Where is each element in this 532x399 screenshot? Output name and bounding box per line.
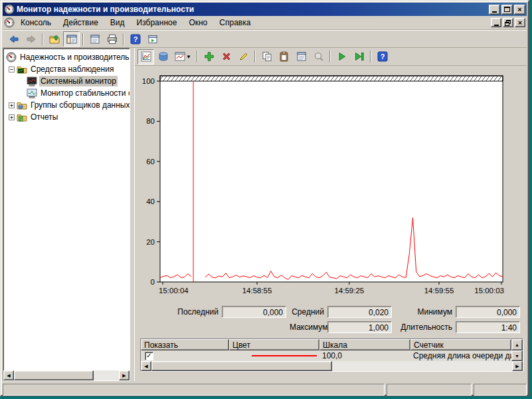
- system-monitor-pane: ▼? 10080604020015:00:0414:58:5514:59:251…: [134, 48, 527, 381]
- highlight-button[interactable]: [235, 49, 252, 65]
- tree-item-tools-folder[interactable]: −Средства наблюдения: [5, 63, 130, 75]
- performance-toolbar: ▼?: [135, 48, 527, 66]
- main-toolbar: ?: [3, 30, 527, 48]
- counter-scroll-track[interactable]: [332, 361, 512, 371]
- add-button[interactable]: [201, 49, 217, 65]
- menu-окно[interactable]: Окно: [183, 17, 213, 29]
- reports-folder-icon: [17, 112, 27, 122]
- toolbar-separator: [370, 51, 371, 63]
- expand-icon[interactable]: +: [9, 114, 15, 120]
- new-window-button[interactable]: [144, 31, 161, 47]
- tree-scroll-thumb[interactable]: [14, 370, 94, 380]
- status-panel: [3, 384, 385, 396]
- copy-button[interactable]: [258, 49, 275, 65]
- menu-действие[interactable]: Действие: [57, 17, 104, 29]
- dropdown-caret-icon[interactable]: ▼: [186, 54, 191, 60]
- up-one-level-button[interactable]: [46, 31, 62, 47]
- mdi-restore-button[interactable]: [503, 18, 513, 27]
- tree-item-label[interactable]: Системный монитор: [39, 76, 118, 86]
- tree-scroll-track[interactable]: [94, 370, 119, 380]
- graph-type-icon: [175, 51, 185, 62]
- scroll-right-icon[interactable]: ▶: [512, 361, 523, 371]
- tree-item-root[interactable]: Надежность и производительн: [5, 51, 130, 63]
- tree-item-reports-folder[interactable]: +Отчеты: [5, 111, 130, 123]
- column-header-2[interactable]: Шкала: [319, 339, 410, 350]
- svg-text:100: 100: [142, 77, 155, 85]
- up-one-level-icon: [49, 34, 60, 45]
- svg-text:20: 20: [146, 238, 155, 246]
- counter-scale: 100,0: [319, 351, 410, 360]
- svg-text:0: 0: [151, 278, 155, 286]
- print-button[interactable]: [104, 31, 120, 47]
- play-button[interactable]: [333, 49, 350, 65]
- chart-view-icon: [141, 51, 151, 62]
- svg-text:14:58:55: 14:58:55: [242, 287, 272, 295]
- graph-type-button[interactable]: ▼: [172, 49, 194, 65]
- expand-icon[interactable]: +: [9, 102, 15, 108]
- help-button[interactable]: ?: [127, 31, 143, 47]
- maximize-button[interactable]: [501, 5, 513, 15]
- minimize-icon: [492, 11, 497, 13]
- maximum-value: 1,000: [327, 321, 392, 333]
- scroll-right-icon[interactable]: ▶: [119, 370, 130, 380]
- menu-справка[interactable]: Справка: [213, 17, 256, 29]
- minimize-button[interactable]: [489, 5, 500, 15]
- step-button[interactable]: [351, 49, 367, 65]
- delete-button[interactable]: [218, 49, 234, 65]
- menu-избранное[interactable]: Избранное: [131, 17, 183, 29]
- tree-item-label[interactable]: Монитор стабильности с: [39, 88, 130, 98]
- tree-item-label[interactable]: Группы сборщиков данных: [29, 100, 130, 110]
- properties-button[interactable]: [293, 49, 310, 65]
- tree-item-stability-monitor[interactable]: Монитор стабильности с: [5, 87, 130, 99]
- back-button[interactable]: [5, 31, 22, 47]
- new-window-icon: [147, 34, 158, 45]
- column-header-3[interactable]: Счетчик: [410, 339, 511, 350]
- counter-color-sample: [252, 355, 317, 356]
- chart-view-button[interactable]: [137, 49, 154, 65]
- mdi-minimize-button[interactable]: [491, 18, 501, 27]
- mdi-close-icon: ×: [518, 19, 522, 27]
- tree-item-label[interactable]: Средства наблюдения: [29, 64, 115, 74]
- tree-item-label[interactable]: Надежность и производительн: [19, 52, 130, 63]
- log-data-button[interactable]: [155, 49, 171, 65]
- tree-item-collector-folder[interactable]: +Группы сборщиков данных: [5, 99, 130, 111]
- menu-вид[interactable]: Вид: [104, 17, 131, 29]
- scroll-left-icon[interactable]: ◀: [141, 361, 151, 371]
- step-icon: [354, 51, 365, 62]
- tree-item-system-monitor[interactable]: Системный монитор: [5, 75, 130, 87]
- collapse-icon[interactable]: −: [9, 66, 15, 72]
- forward-button[interactable]: [23, 31, 39, 47]
- mdi-close-button[interactable]: ×: [515, 18, 525, 27]
- status-panel: [474, 384, 527, 396]
- scroll-up-icon[interactable]: ▲: [511, 339, 523, 350]
- help-icon: ?: [377, 51, 388, 62]
- average-label: Средний: [290, 307, 324, 317]
- minimum-value: 0,000: [456, 306, 520, 318]
- column-header-1[interactable]: Цвет: [229, 339, 319, 350]
- console-tree-button[interactable]: [63, 31, 80, 47]
- menu-консоль[interactable]: Консоль: [15, 17, 57, 29]
- counter-statistics: Последний 0,000 Средний 0,020 Минимум 0,…: [172, 306, 520, 333]
- close-button[interactable]: ×: [514, 5, 525, 15]
- scroll-down-icon[interactable]: ▼: [511, 350, 523, 361]
- counter-scroll-thumb[interactable]: [151, 361, 332, 371]
- paste-button[interactable]: [276, 49, 292, 65]
- status-panel: [387, 384, 472, 396]
- help-button[interactable]: ?: [374, 49, 391, 65]
- mdi-minimize-icon: [494, 25, 499, 26]
- copy-icon: [262, 51, 272, 62]
- counter-list-horizontal-scrollbar[interactable]: ◀ ▶: [141, 361, 523, 371]
- svg-text:15:00:04: 15:00:04: [159, 287, 189, 295]
- scroll-left-icon[interactable]: ◀: [3, 370, 14, 380]
- counter-name: Средняя длина очереди дис: [410, 351, 511, 360]
- show-checkbox[interactable]: ✓: [145, 352, 153, 360]
- tree-horizontal-scrollbar[interactable]: ◀ ▶: [3, 370, 130, 380]
- tree-item-label[interactable]: Отчеты: [29, 112, 59, 122]
- counter-row[interactable]: ✓100,0Средняя длина очереди дис▼: [141, 350, 523, 361]
- menu-items: КонсольДействиеВидИзбранноеОкноСправка: [15, 17, 256, 29]
- properties-button[interactable]: [86, 31, 103, 47]
- system-monitor-icon: [27, 76, 37, 86]
- svg-text:14:59:25: 14:59:25: [334, 287, 364, 295]
- zoom-button[interactable]: [310, 49, 327, 65]
- column-header-0[interactable]: Показать: [141, 339, 229, 350]
